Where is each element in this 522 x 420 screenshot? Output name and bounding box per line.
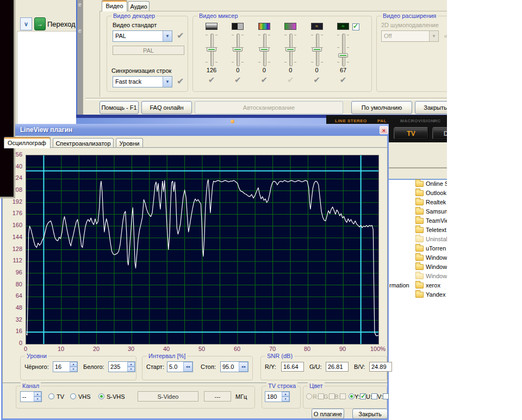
lineview-window-title: LineView плагин bbox=[20, 126, 72, 134]
tab-video[interactable]: Видео bbox=[102, 0, 127, 11]
close-plugin-button[interactable]: Закрыть bbox=[352, 409, 388, 419]
defaults-button[interactable]: По умолчанию bbox=[351, 101, 412, 114]
spinner-arrows-icon[interactable]: ▲▼ bbox=[34, 392, 41, 402]
radio-tv[interactable] bbox=[48, 393, 54, 399]
folder-item[interactable]: Realtek bbox=[426, 199, 446, 205]
folder-item[interactable]: Online S bbox=[426, 180, 447, 187]
faq-online-button[interactable]: FAQ онлайн bbox=[141, 101, 192, 114]
autoscan-button[interactable]: Автосканирование bbox=[195, 101, 343, 114]
radio-label-s-vhs[interactable]: S-VHS bbox=[107, 393, 125, 400]
tv-mode-button[interactable]: TV bbox=[394, 127, 428, 140]
radio-rgb[interactable] bbox=[306, 393, 312, 399]
folder-item[interactable]: uTorren bbox=[426, 245, 446, 252]
snr-gu-label: G/U: bbox=[309, 363, 322, 370]
folder-item[interactable]: Window bbox=[426, 264, 447, 270]
folder-item[interactable]: Window bbox=[426, 254, 447, 261]
chevron-down-icon[interactable]: ▼ bbox=[163, 31, 172, 41]
confirm-check-icon[interactable]: ✔ bbox=[177, 77, 184, 86]
radio-vhs[interactable] bbox=[70, 393, 76, 399]
folder-item[interactable]: Outlook bbox=[426, 190, 446, 196]
noise-reduction-combobox[interactable]: Off ▼ bbox=[381, 30, 439, 42]
tv-line-value[interactable]: 180 bbox=[265, 392, 282, 402]
go-button-label[interactable]: Переход bbox=[47, 20, 76, 28]
black-level-value[interactable]: 16 bbox=[53, 362, 70, 372]
radio-label-vhs[interactable]: VHS bbox=[78, 393, 91, 400]
confirm-check-icon[interactable]: ✔ bbox=[177, 32, 184, 40]
snr-bv-label: B/V: bbox=[354, 363, 365, 370]
confirm-check-icon[interactable]: ✔ bbox=[287, 75, 294, 85]
color-label-v[interactable]: V: bbox=[377, 393, 383, 400]
white-level-value[interactable]: 235 bbox=[109, 362, 127, 372]
interval-start-spinner[interactable]: 5.0 ◄► bbox=[167, 361, 193, 372]
checkbox-b[interactable] bbox=[340, 393, 346, 399]
mixer-slider-thumb[interactable] bbox=[285, 47, 295, 52]
mixer-slider-thumb[interactable] bbox=[233, 47, 243, 52]
frequency-field: --- bbox=[204, 391, 231, 402]
mixer-enable-checkbox[interactable] bbox=[352, 23, 359, 30]
help-button[interactable]: Помощь - F1 bbox=[100, 101, 139, 114]
spinner-arrows-icon[interactable]: ▲▼ bbox=[282, 392, 289, 402]
folder-item[interactable]: TeamVie bbox=[426, 217, 447, 224]
lineview-window: LineView плагин × ОсциллографСпектроанал… bbox=[1, 124, 389, 420]
channel-spinner[interactable]: -- ▲▼ bbox=[20, 391, 42, 402]
y-axis-tick-label: 64 bbox=[4, 292, 22, 299]
black-level-spinner[interactable]: 16 ▲▼ bbox=[53, 361, 78, 372]
mixer-slider-thumb[interactable] bbox=[207, 47, 216, 52]
snr-ry-label: R/Y: bbox=[265, 363, 276, 370]
address-dropdown-button[interactable]: ∨ bbox=[20, 17, 32, 30]
folder-icon bbox=[415, 199, 424, 205]
mixer-slider-thumb[interactable] bbox=[259, 47, 269, 52]
noise-reduction-label: 2D шумоподавление bbox=[381, 22, 439, 28]
video-standard-combobox[interactable]: PAL ▼ bbox=[113, 30, 172, 42]
dv-mode-button[interactable]: DV bbox=[432, 127, 447, 140]
folder-icon bbox=[415, 236, 424, 242]
mixer-slider-thumb[interactable] bbox=[338, 53, 348, 58]
slider-tick bbox=[206, 35, 208, 35]
radio-s-vhs[interactable] bbox=[98, 393, 104, 399]
close-icon[interactable]: × bbox=[380, 126, 388, 134]
radio-label-tv[interactable]: TV bbox=[57, 393, 64, 400]
slider-tick bbox=[241, 62, 244, 62]
interval-start-value[interactable]: 5.0 bbox=[167, 362, 183, 372]
tab-audio[interactable]: Аудио bbox=[128, 1, 150, 11]
folder-item[interactable]: Window bbox=[426, 273, 447, 279]
spinner-arrows-icon[interactable]: ◄► bbox=[239, 362, 248, 372]
radio-yuv[interactable] bbox=[349, 393, 355, 399]
levels-group-title: Уровни bbox=[25, 353, 48, 359]
folder-item[interactable]: Uninstal bbox=[426, 236, 447, 242]
line-sync-combobox[interactable]: Fast track ▼ bbox=[113, 76, 172, 87]
spinner-arrows-icon[interactable]: ▲▼ bbox=[127, 362, 135, 372]
confirm-check-icon[interactable]: ✔ bbox=[208, 75, 215, 85]
confirm-check-icon[interactable]: ✔ bbox=[234, 75, 241, 85]
folder-item[interactable]: Yandex bbox=[426, 291, 446, 298]
checkbox-y[interactable] bbox=[360, 393, 366, 399]
about-plugin-button[interactable]: О плагине bbox=[312, 409, 344, 419]
slider-tick bbox=[321, 62, 323, 62]
confirm-check-icon[interactable]: ✔ bbox=[340, 75, 347, 85]
slider-tick bbox=[215, 62, 217, 62]
spinner-arrows-icon[interactable]: ▲▼ bbox=[70, 362, 77, 372]
settings-tab-page: Видео декодер Видео стандарт PAL ▼ ✔ PAL… bbox=[100, 11, 447, 97]
chevron-down-icon[interactable]: ▼ bbox=[163, 77, 172, 87]
interval-stop-value[interactable]: 95.0 bbox=[221, 362, 239, 372]
video-standard-value: PAL bbox=[113, 31, 163, 41]
white-level-spinner[interactable]: 235 ▲▼ bbox=[108, 361, 135, 372]
spinner-arrows-icon[interactable]: ◄► bbox=[183, 362, 192, 372]
color-label-y[interactable]: Y: bbox=[355, 393, 360, 400]
lineview-titlebar[interactable]: LineView плагин × bbox=[1, 124, 389, 136]
confirm-check-icon[interactable]: ✔ bbox=[313, 75, 320, 85]
go-button-icon[interactable]: → bbox=[34, 17, 46, 30]
close-dialog-button[interactable]: Закрыть bbox=[415, 101, 447, 114]
tab-oscillograph[interactable]: Осциллограф bbox=[4, 137, 51, 148]
tv-line-spinner[interactable]: 180 ▲▼ bbox=[265, 391, 290, 402]
folder-item[interactable]: Samsun bbox=[426, 208, 447, 215]
checkbox-v[interactable] bbox=[383, 393, 389, 399]
folder-item[interactable]: xerox bbox=[426, 282, 440, 289]
checkbox-u[interactable] bbox=[371, 393, 377, 399]
video-mixer-group-title: Видео миксер bbox=[197, 12, 240, 19]
mixer-slider-thumb[interactable] bbox=[312, 47, 322, 52]
confirm-check-icon[interactable]: ✔ bbox=[261, 75, 268, 85]
channel-value[interactable]: -- bbox=[21, 392, 34, 402]
folder-item[interactable]: Teletext bbox=[426, 227, 446, 233]
interval-stop-spinner[interactable]: 95.0 ◄► bbox=[220, 361, 248, 372]
